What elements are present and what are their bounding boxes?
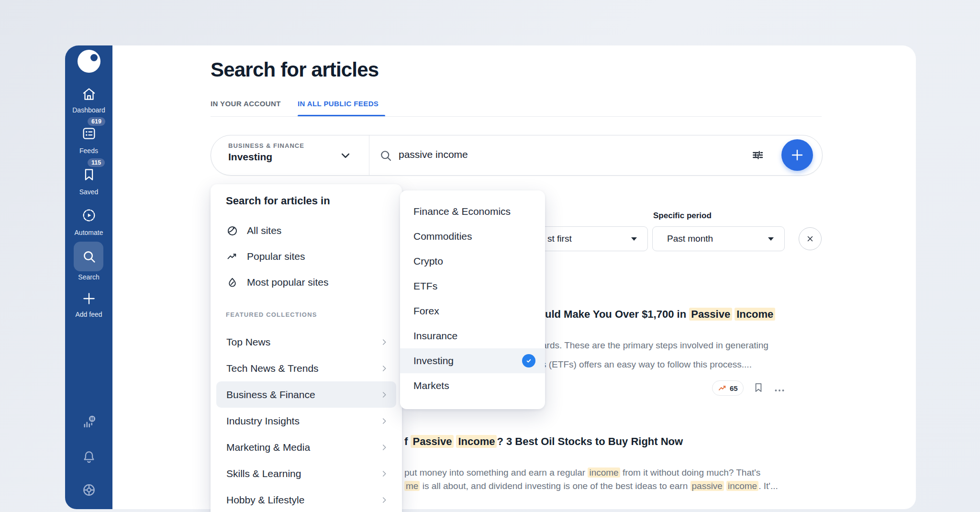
submenu-label: Insurance	[413, 330, 457, 342]
clear-filters-button[interactable]	[799, 227, 822, 250]
flame-icon	[226, 276, 239, 289]
article-snippet-line: ards. These are the primary steps involv…	[542, 340, 768, 351]
submenu-markets[interactable]: Markets	[400, 373, 545, 398]
submenu-label: Finance & Economics	[413, 206, 511, 217]
collection-top-news[interactable]: Top News	[216, 329, 396, 355]
option-label: All sites	[247, 225, 281, 236]
chevron-right-icon	[379, 363, 390, 374]
submenu-etfs[interactable]: ETFs	[400, 274, 545, 299]
collection-business-finance[interactable]: Business & Finance	[216, 381, 396, 408]
chevron-right-icon	[379, 416, 390, 426]
option-label: Popular sites	[247, 251, 305, 262]
submenu-insurance[interactable]: Insurance	[400, 323, 545, 348]
trending-up-icon	[226, 250, 239, 263]
bookmark-icon[interactable]	[81, 167, 97, 183]
submenu-label: Forex	[413, 305, 439, 317]
article-snippet-line: put money into something and earn a regu…	[404, 467, 760, 478]
app-logo-icon[interactable]	[78, 50, 100, 73]
submenu-investing[interactable]: Investing	[400, 348, 545, 373]
more-options-button[interactable]	[773, 384, 786, 397]
sidebar-item-search[interactable]: Search	[65, 273, 112, 281]
sidebar-item-add-feed[interactable]: Add feed	[65, 311, 112, 318]
dropdown-title: Search for articles in	[226, 195, 330, 207]
feeds-icon[interactable]	[81, 125, 97, 142]
submenu-finance-economics[interactable]: Finance & Economics	[400, 199, 545, 224]
search-input[interactable]: passive income	[399, 149, 468, 160]
submenu-forex[interactable]: Forex	[400, 299, 545, 323]
sidebar-item-saved[interactable]: Saved	[65, 188, 112, 196]
search-term-highlight: income	[588, 467, 620, 478]
submenu-label: Commodities	[413, 231, 472, 242]
stats-pause-icon[interactable]	[81, 414, 97, 430]
trending-up-icon	[718, 384, 727, 393]
sidebar-item-automate[interactable]: Automate	[65, 229, 112, 236]
globe-icon	[226, 224, 239, 237]
tabs-divider	[211, 116, 822, 117]
category-selected-value: Investing	[228, 151, 272, 163]
logo-dot	[90, 54, 98, 61]
feeds-unread-badge: 619	[88, 117, 105, 126]
article-title-text: uld Make You Over $1,700 in	[545, 308, 689, 320]
business-finance-submenu: Finance & Economics Commodities Crypto E…	[400, 190, 545, 409]
category-group-label: BUSINESS & FINANCE	[228, 142, 304, 149]
bookmark-icon	[752, 381, 765, 394]
option-all-sites[interactable]: All sites	[226, 218, 281, 244]
article-title[interactable]: uld Make You Over $1,700 in PassiveIncom…	[545, 308, 775, 321]
search-icon[interactable]	[81, 248, 97, 265]
chevron-right-icon	[379, 442, 390, 453]
specific-period-label: Specific period	[653, 211, 712, 221]
new-search-button[interactable]	[781, 139, 813, 171]
article-title-text: f	[404, 435, 411, 447]
magnifier-icon	[379, 148, 393, 163]
selected-check-icon	[522, 354, 535, 367]
chevron-right-icon	[379, 495, 390, 505]
home-icon[interactable]	[81, 86, 97, 102]
tab-in-your-account[interactable]: IN YOUR ACCOUNT	[211, 100, 281, 108]
caret-down-icon	[631, 237, 637, 241]
collection-skills-learning[interactable]: Skills & Learning	[216, 460, 396, 487]
search-bar: BUSINESS & FINANCE Investing passive inc…	[211, 135, 823, 176]
article-title[interactable]: f PassiveIncome? 3 Best Oil Stocks to Bu…	[404, 435, 683, 448]
collection-industry-insights[interactable]: Industry Insights	[216, 408, 396, 434]
collection-label: Hobby & Lifestyle	[226, 494, 304, 506]
help-icon[interactable]	[81, 482, 97, 498]
option-label: Most popular sites	[247, 277, 328, 288]
submenu-label: ETFs	[413, 280, 437, 292]
sidebar: Dashboard 619 Feeds 115 Saved Automate S…	[65, 45, 112, 509]
caret-down-icon	[768, 237, 774, 241]
tab-in-all-public-feeds[interactable]: IN ALL PUBLIC FEEDS	[298, 100, 379, 108]
search-term-highlight: income	[726, 481, 758, 491]
option-popular-sites[interactable]: Popular sites	[226, 244, 305, 269]
featured-collections-header: FEATURED COLLECTIONS	[226, 311, 317, 318]
collection-marketing-media[interactable]: Marketing & Media	[216, 434, 396, 460]
collection-label: Business & Finance	[226, 389, 315, 401]
search-term-highlight: Income	[735, 308, 775, 321]
option-most-popular-sites[interactable]: Most popular sites	[226, 269, 328, 295]
automate-icon[interactable]	[81, 207, 97, 223]
sidebar-item-feeds[interactable]: Feeds	[65, 147, 112, 155]
submenu-label: Investing	[413, 355, 454, 367]
engagement-badge[interactable]: 65	[712, 380, 744, 396]
chevron-down-icon[interactable]	[338, 148, 353, 163]
submenu-commodities[interactable]: Commodities	[400, 224, 545, 249]
submenu-crypto[interactable]: Crypto	[400, 249, 545, 274]
submenu-label: Markets	[413, 380, 449, 391]
plus-icon	[790, 147, 805, 163]
period-dropdown[interactable]: Past month	[652, 226, 785, 251]
plus-icon[interactable]	[81, 290, 97, 307]
bookmark-article-button[interactable]	[752, 381, 765, 394]
collection-label: Industry Insights	[226, 415, 300, 427]
collection-tech-news[interactable]: Tech News & Trends	[216, 355, 396, 381]
search-term-highlight: Income	[456, 435, 497, 448]
collection-hobby-lifestyle[interactable]: Hobby & Lifestyle	[216, 487, 396, 512]
sidebar-item-dashboard[interactable]: Dashboard	[65, 106, 112, 114]
search-scope-dropdown: Search for articles in All sites Popular…	[211, 184, 402, 512]
search-term-highlight: passive	[690, 481, 724, 491]
app-window: Dashboard 619 Feeds 115 Saved Automate S…	[0, 0, 980, 512]
bell-icon[interactable]	[81, 449, 97, 465]
chevron-right-icon	[379, 390, 390, 400]
filter-settings-button[interactable]	[746, 144, 769, 167]
article-title-text: ? 3 Best Oil Stocks to Buy Right Now	[497, 435, 683, 447]
search-term-highlight: Passive	[411, 435, 454, 448]
search-term-highlight: Passive	[689, 308, 732, 321]
